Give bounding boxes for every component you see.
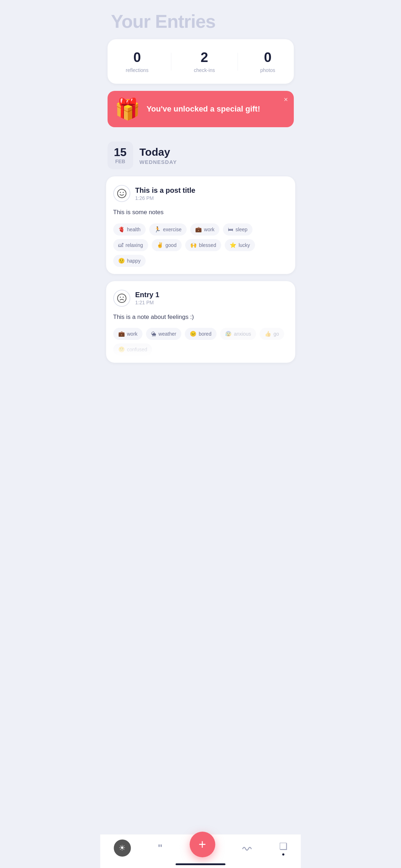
journal-icon[interactable]: ❏ <box>279 841 287 852</box>
tag-label-bored: bored <box>199 331 212 337</box>
date-month: FEB <box>114 159 127 164</box>
tag-work: 💼 work <box>190 223 220 236</box>
nav-item-journal[interactable]: ❏ <box>279 841 287 856</box>
entry-notes-1: This is a note about feelings :) <box>113 312 288 322</box>
tag-label-confused: confused <box>127 347 147 352</box>
date-info: Today WEDNESDAY <box>140 146 177 165</box>
tag-go: 👍 go <box>260 328 284 340</box>
reflections-count: 0 <box>133 50 141 65</box>
gift-banner[interactable]: 🎁 You've unlocked a special gift! × <box>108 91 294 127</box>
tag-icon-happy: 🙂 <box>118 258 125 264</box>
date-today: Today <box>140 146 177 158</box>
tag-icon-work: 💼 <box>118 331 125 337</box>
tag-sleep: 🛏 sleep <box>223 223 252 236</box>
tag-health: 🫀 health <box>113 223 146 236</box>
tag-good: ✌️ good <box>152 239 182 251</box>
svg-point-0 <box>118 189 126 198</box>
svg-point-3 <box>118 294 126 303</box>
entry-title-group: Entry 1 1:21 PM <box>135 291 160 305</box>
tags-container-0: 🫀 health 🏃 exercise 💼 work 🛏 sleep 🛋 rel… <box>113 223 288 267</box>
tag-anxious: 😰 anxious <box>220 328 256 340</box>
entry-notes-0: This is some notes <box>113 208 288 217</box>
reflections-label: reflections <box>126 67 149 73</box>
tag-confused: 😕 confused <box>113 343 152 356</box>
date-day: 15 <box>114 146 127 158</box>
tag-label-weather: weather <box>158 331 176 337</box>
photos-count: 0 <box>264 50 271 65</box>
nav-item-sun[interactable]: ☀ <box>114 839 131 857</box>
gift-icon: 🎁 <box>115 99 140 119</box>
tag-icon-lucky: ⭐ <box>230 242 236 248</box>
tag-label-happy: happy <box>127 258 141 264</box>
date-badge: 15 FEB <box>108 141 133 169</box>
tag-icon-blessed: 🙌 <box>190 242 197 248</box>
nav-item-wave[interactable] <box>242 843 252 853</box>
checkins-count: 2 <box>200 50 208 65</box>
entry-time-1: 1:21 PM <box>135 300 160 305</box>
svg-point-4 <box>120 296 121 298</box>
stat-checkins: 2 check-ins <box>194 50 215 73</box>
tags-container-1: 💼 work 🌦 weather 😑 bored 😰 anxious 👍 go … <box>113 328 288 356</box>
stat-reflections: 0 reflections <box>126 50 149 73</box>
tag-icon-confused: 😕 <box>118 346 125 353</box>
tag-bored: 😑 bored <box>185 328 217 340</box>
tag-blessed: 🙌 blessed <box>185 239 221 251</box>
svg-point-5 <box>123 296 124 298</box>
add-entry-button[interactable]: + <box>189 832 215 857</box>
stat-photos: 0 photos <box>260 50 275 73</box>
tag-icon-health: 🫀 <box>118 226 125 233</box>
tag-work: 💼 work <box>113 328 143 340</box>
tag-label-relaxing: relaxing <box>126 242 143 248</box>
tag-label-go: go <box>274 331 279 337</box>
stats-card: 0 reflections 2 check-ins 0 photos <box>108 39 294 84</box>
gift-text: You've unlocked a special gift! <box>147 104 287 114</box>
gift-close-button[interactable]: × <box>284 96 288 103</box>
tag-lucky: ⭐ lucky <box>225 239 255 251</box>
svg-point-1 <box>120 192 121 193</box>
checkins-label: check-ins <box>194 67 215 73</box>
mood-icon-1 <box>113 290 130 307</box>
nav-dot <box>282 853 284 856</box>
tag-icon-sleep: 🛏 <box>228 226 233 232</box>
sun-icon[interactable]: ☀ <box>114 839 131 857</box>
stat-divider-1 <box>171 53 171 71</box>
tag-label-exercise: exercise <box>163 227 182 232</box>
entry-time-0: 1:26 PM <box>135 195 196 201</box>
tag-icon-bored: 😑 <box>190 331 197 337</box>
tag-relaxing: 🛋 relaxing <box>113 239 148 251</box>
svg-point-2 <box>123 192 124 193</box>
tag-label-sleep: sleep <box>235 227 247 232</box>
entry-card-1[interactable]: Entry 1 1:21 PM This is a note about fee… <box>106 281 295 363</box>
date-weekday: WEDNESDAY <box>140 159 177 165</box>
entry-title-1: Entry 1 <box>135 291 160 299</box>
tag-icon-go: 👍 <box>265 331 271 337</box>
tag-label-anxious: anxious <box>234 331 251 337</box>
tag-label-work: work <box>127 331 138 337</box>
quotes-icon[interactable]: " <box>158 842 162 854</box>
tag-label-blessed: blessed <box>199 242 216 248</box>
tag-icon-relaxing: 🛋 <box>118 242 124 248</box>
mood-icon-0 <box>113 185 130 202</box>
tag-weather: 🌦 weather <box>146 328 181 340</box>
tag-label-health: health <box>127 227 141 232</box>
tag-label-good: good <box>166 242 177 248</box>
nav-item-quotes[interactable]: " <box>158 842 162 854</box>
stat-divider-2 <box>238 53 238 71</box>
tag-icon-work: 💼 <box>195 226 202 233</box>
tag-label-lucky: lucky <box>239 242 250 248</box>
home-indicator <box>176 863 225 865</box>
entry-card-0[interactable]: This is a post title 1:26 PM This is som… <box>106 176 295 274</box>
tag-exercise: 🏃 exercise <box>149 223 187 236</box>
entry-header: Entry 1 1:21 PM <box>113 290 288 307</box>
bottom-nav: ☀ " + ❏ <box>100 834 301 868</box>
page-title: Your Entries <box>100 0 301 39</box>
tag-label-work: work <box>204 227 215 232</box>
tag-icon-anxious: 😰 <box>225 331 232 337</box>
date-section: 15 FEB Today WEDNESDAY <box>100 138 301 176</box>
entry-title-0: This is a post title <box>135 186 196 195</box>
photos-label: photos <box>260 67 275 73</box>
tag-icon-exercise: 🏃 <box>154 226 161 233</box>
wave-icon[interactable] <box>242 843 252 853</box>
tag-happy: 🙂 happy <box>113 255 146 267</box>
tag-icon-weather: 🌦 <box>151 331 156 337</box>
